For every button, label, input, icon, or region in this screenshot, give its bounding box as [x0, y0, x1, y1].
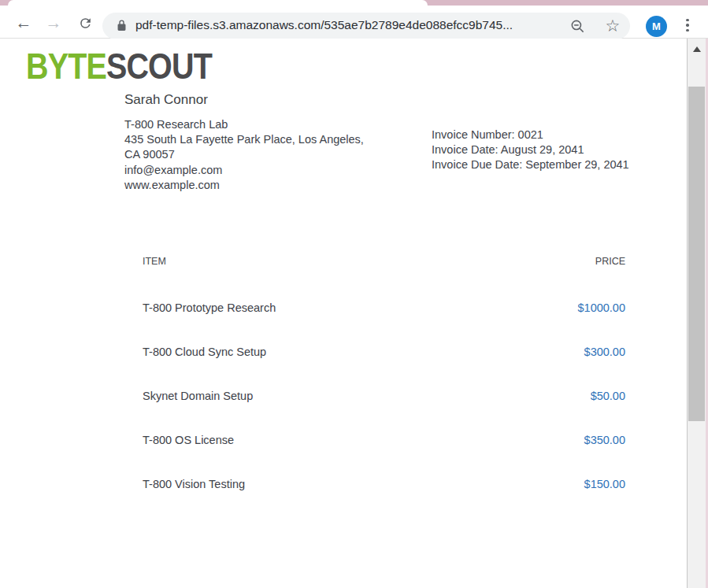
browser-menu-icon[interactable] [682, 15, 693, 35]
item-name: T-800 OS License [143, 434, 234, 446]
item-name: Skynet Domain Setup [143, 390, 253, 402]
bookmark-star-icon[interactable]: ☆ [604, 17, 621, 35]
zoom-out-icon[interactable] [569, 17, 586, 35]
profile-avatar[interactable]: M [646, 16, 667, 37]
item-price: $50.00 [591, 390, 625, 402]
vertical-scrollbar[interactable] [687, 39, 706, 588]
address-line: info@example.com [124, 163, 364, 178]
invoice-meta-block: Invoice Number: 0021 Invoice Date: Augus… [432, 128, 629, 173]
address-line: 435 South La Fayette Park Place, Los Ang… [124, 132, 364, 147]
forward-icon[interactable]: → [43, 13, 64, 33]
browser-toolbar: ← → pdf-temp-files.s3.amazonaws.com/535a… [0, 6, 708, 39]
header-price: PRICE [595, 256, 625, 267]
header-item: ITEM [143, 256, 166, 267]
table-header-row: ITEM PRICE [143, 256, 625, 267]
address-line: CA 90057 [124, 147, 364, 162]
table-row: T-800 OS License $350.00 [143, 434, 625, 446]
address-bar[interactable]: pdf-temp-files.s3.amazonaws.com/535ae7b2… [102, 13, 630, 39]
item-name: T-800 Prototype Research [143, 301, 276, 314]
url-text[interactable]: pdf-temp-files.s3.amazonaws.com/535ae7b2… [135, 18, 513, 32]
back-icon[interactable]: ← [13, 13, 34, 33]
item-price: $350.00 [584, 434, 625, 446]
item-name: T-800 Cloud Sync Setup [143, 346, 266, 358]
table-row: T-800 Prototype Research $1000.00 [143, 301, 625, 314]
customer-name: Sarah Connor [124, 92, 208, 108]
page-content: BYTESCOUT Sarah Connor T-800 Research La… [0, 39, 708, 588]
item-price: $300.00 [584, 346, 625, 358]
lock-icon[interactable] [115, 19, 128, 32]
table-row: T-800 Cloud Sync Setup $300.00 [143, 346, 625, 358]
logo-scout: SCOUT [106, 45, 212, 87]
item-price: $1000.00 [578, 301, 625, 314]
address-line: www.example.com [124, 178, 364, 193]
invoice-date: Invoice Date: August 29, 2041 [432, 142, 629, 157]
scrollbar-thumb[interactable] [688, 87, 705, 421]
invoice-due-date: Invoice Due Date: September 29, 2041 [432, 157, 629, 172]
table-row: T-800 Vision Testing $150.00 [143, 478, 625, 490]
table-row: Skynet Domain Setup $50.00 [143, 390, 625, 402]
address-line: T-800 Research Lab [124, 117, 364, 132]
sender-address-block: T-800 Research Lab 435 South La Fayette … [124, 117, 364, 193]
invoice-number: Invoice Number: 0021 [432, 128, 629, 142]
tab-strip [0, 0, 708, 6]
active-tab[interactable] [8, 0, 428, 6]
reload-icon[interactable] [75, 13, 95, 33]
scroll-up-icon[interactable] [688, 39, 706, 59]
logo-byte: BYTE [26, 45, 106, 87]
bytescout-logo: BYTESCOUT [26, 50, 212, 83]
item-name: T-800 Vision Testing [143, 478, 245, 490]
item-price: $150.00 [584, 478, 625, 490]
